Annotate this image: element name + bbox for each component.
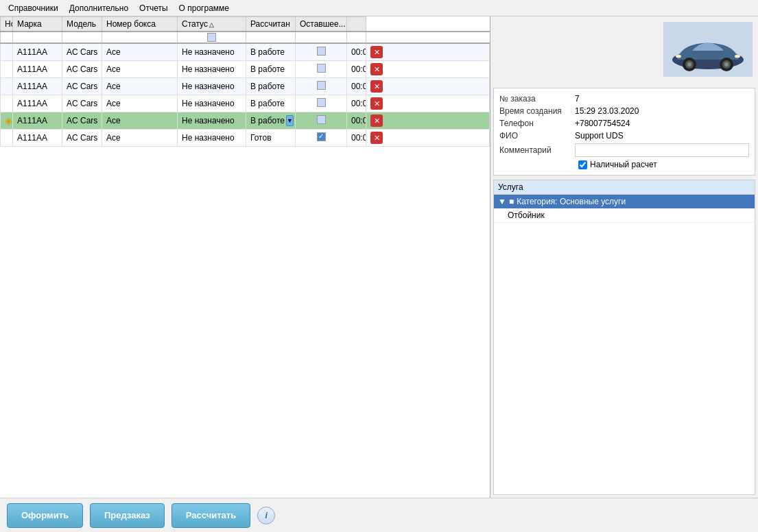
table-row[interactable]: ◈A111AAAC CarsAceНе назначеноВ работе▼00…: [1, 112, 490, 130]
row-delete-button[interactable]: ✕: [370, 63, 383, 75]
table-row[interactable]: A111AAAC CarsAceНе назначеноВ работе00:0…: [1, 78, 490, 95]
row-delete-cell: ✕: [366, 78, 490, 95]
row-indicator: [1, 78, 13, 95]
row-brand: AC Cars: [62, 61, 102, 78]
row-model: Ace: [102, 61, 178, 78]
row-delete-button[interactable]: ✕: [370, 46, 383, 58]
status-dropdown-icon[interactable]: ▼: [286, 115, 294, 126]
col-header-box: Номер бокса: [102, 17, 178, 32]
row-remain: 00:06: [347, 43, 366, 61]
row-status: В работе▼: [246, 112, 296, 130]
menu-dopolnitelno[interactable]: Дополнительно: [64, 2, 134, 14]
btn-predzakaz[interactable]: Предзаказ: [90, 503, 165, 528]
row-calc[interactable]: [296, 61, 347, 78]
col-header-brand: Марка: [13, 17, 62, 32]
row-calc[interactable]: [296, 112, 347, 130]
service-category-row[interactable]: ▼ ■ Категория: Основные услуги: [494, 195, 755, 208]
row-brand: AC Cars: [62, 95, 102, 112]
filter-brand: [13, 32, 62, 43]
filter-num: [1, 32, 13, 43]
fio-row: ФИО Support UDS: [499, 131, 749, 141]
row-delete-button[interactable]: ✕: [370, 132, 383, 144]
svg-point-9: [676, 55, 681, 58]
calc-unchecked-icon: [317, 98, 326, 107]
row-delete-button[interactable]: ✕: [370, 80, 383, 93]
row-model: Ace: [102, 112, 178, 130]
filter-status-checkbox[interactable]: [207, 33, 216, 42]
row-delete-button[interactable]: ✕: [370, 97, 383, 110]
row-model: Ace: [102, 78, 178, 95]
row-car-num: A111AA: [13, 112, 62, 130]
category-checkbox-icon: ■: [509, 197, 514, 206]
table-row[interactable]: A111AAAC CarsAceНе назначеноВ работе00:0…: [1, 61, 490, 78]
menu-spravochniki[interactable]: Справочники: [3, 2, 64, 14]
payment-row: Наличный расчет: [578, 160, 749, 169]
row-indicator: ◈: [1, 112, 13, 130]
row-brand: AC Cars: [62, 112, 102, 130]
fio-value: Support UDS: [575, 131, 749, 141]
row-remain: 00:07: [347, 130, 366, 147]
row-remain: 00:00: [347, 78, 366, 95]
row-brand: AC Cars: [62, 43, 102, 61]
row-calc[interactable]: [296, 130, 347, 147]
row-car-num: A111AA: [13, 130, 62, 147]
services-body: ▼ ■ Категория: Основные услуги Отбойник: [494, 195, 755, 494]
order-number-row: № заказа 7: [499, 94, 749, 104]
table-row[interactable]: A111AAAC CarsAceНе назначеноВ работе00:0…: [1, 95, 490, 112]
service-item-otboynik[interactable]: Отбойник: [494, 208, 755, 223]
row-delete-cell: ✕: [366, 43, 490, 61]
row-calc[interactable]: [296, 43, 347, 61]
created-value: 15:29 23.03.2020: [575, 106, 749, 116]
btn-oformit[interactable]: Оформить: [7, 503, 83, 528]
col-header-del: [347, 17, 366, 32]
col-header-status[interactable]: Статус: [178, 17, 246, 32]
svg-point-8: [735, 55, 740, 58]
order-number-label: № заказа: [499, 94, 575, 104]
car-image-area: [493, 19, 755, 88]
row-box: Не назначено: [178, 43, 246, 61]
payment-checkbox[interactable]: [578, 160, 587, 169]
row-arrow-icon: ◈: [5, 115, 12, 126]
row-box: Не назначено: [178, 130, 246, 147]
col-header-num: Номер авто: [1, 17, 13, 32]
row-delete-button[interactable]: ✕: [370, 114, 383, 127]
table-row[interactable]: A111AAAC CarsAceНе назначеноВ работе00:0…: [1, 43, 490, 61]
row-remain: 00:00: [347, 95, 366, 112]
row-indicator: [1, 43, 13, 61]
row-status: Готов: [246, 130, 296, 147]
row-status: В работе: [246, 61, 296, 78]
calc-checked-icon: [317, 132, 326, 141]
row-status: В работе: [246, 43, 296, 61]
row-status: В работе: [246, 95, 296, 112]
row-delete-cell: ✕: [366, 61, 490, 78]
svg-point-7: [724, 62, 729, 66]
menu-o-programme[interactable]: О программе: [174, 2, 235, 14]
filter-row: [1, 32, 490, 43]
created-label: Время создания: [499, 106, 575, 116]
row-status: В работе: [246, 78, 296, 95]
btn-rasschitat[interactable]: Рассчитать: [171, 503, 250, 528]
row-calc[interactable]: [296, 78, 347, 95]
services-panel: Услуга ▼ ■ Категория: Основные услуги От…: [493, 180, 755, 495]
row-model: Ace: [102, 43, 178, 61]
main-layout: Номер авто Марка Модель Номер бокса Стат…: [0, 16, 758, 498]
row-delete-cell: ✕: [366, 112, 490, 130]
menu-otchety[interactable]: Отчеты: [134, 2, 173, 14]
services-header: Услуга: [494, 180, 755, 195]
row-indicator: [1, 61, 13, 78]
filter-status: [178, 32, 246, 43]
col-header-calc: Рассчитан: [246, 17, 296, 32]
row-calc[interactable]: [296, 95, 347, 112]
row-car-num: A111AA: [13, 78, 62, 95]
payment-label: Наличный расчет: [590, 160, 657, 169]
col-header-remain: Оставшее...: [296, 17, 347, 32]
expand-icon: ▼: [498, 197, 506, 206]
row-car-num: A111AA: [13, 61, 62, 78]
row-remain: 00:09: [347, 61, 366, 78]
table-container[interactable]: Номер авто Марка Модель Номер бокса Стат…: [0, 16, 490, 498]
comment-input[interactable]: [575, 143, 749, 157]
left-panel: Номер авто Марка Модель Номер бокса Стат…: [0, 16, 490, 498]
btn-info[interactable]: i: [257, 507, 275, 524]
table-row[interactable]: A111AAAC CarsAceНе назначеноГотов00:07✕: [1, 130, 490, 147]
status-text: В работе: [250, 116, 285, 125]
